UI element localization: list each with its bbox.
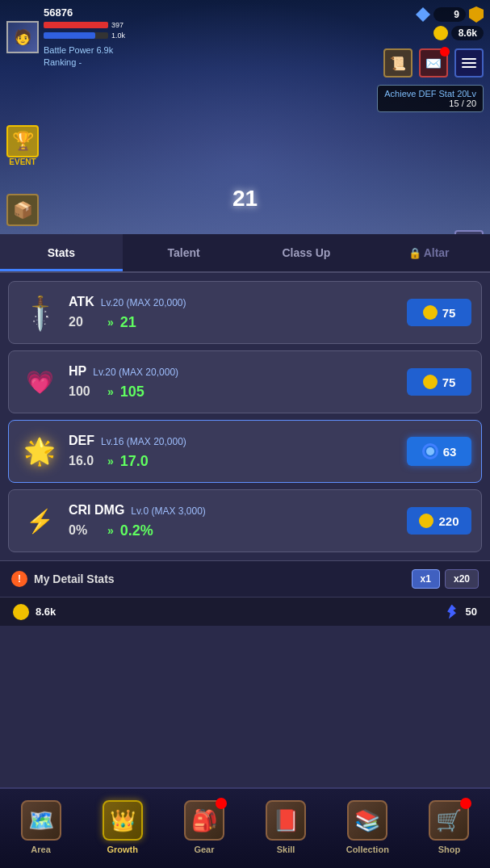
nav-collection[interactable]: 📚 Collection <box>327 799 408 854</box>
coin-icon <box>433 26 448 40</box>
currency-coins: 8.6k <box>13 604 56 620</box>
achieve-progress: 15 / 20 <box>384 99 476 108</box>
hp-info: HP Lv.20 (MAX 20,000) 100 » 105 <box>69 364 399 400</box>
detail-stats-bar: ! My Detail Stats x1 x20 <box>0 560 490 597</box>
hp-cost: 75 <box>442 375 456 389</box>
shield-icon <box>469 6 484 23</box>
detail-left: ! My Detail Stats <box>11 571 115 587</box>
altar-lock-icon: 🔒 <box>408 247 421 259</box>
hp-icon-wrap: 💗 <box>19 361 61 403</box>
nav-collection-icon: 📚 <box>347 800 387 841</box>
hp-cost-coin <box>423 375 438 389</box>
stats-content: 🗡️ ATK Lv.20 (MAX 20,000) 20 » 21 75 <box>0 273 490 560</box>
currency-coin-icon <box>13 604 29 620</box>
nav-gear-icon-wrap: 🎒 <box>183 799 225 841</box>
multiplier-buttons: x1 x20 <box>412 569 479 589</box>
atk-cost-coin <box>423 305 438 320</box>
def-current: 16.0 <box>69 454 101 468</box>
achieve-title: Achieve DEF Stat 20Lv <box>384 89 476 99</box>
achieve-banner[interactable]: Achieve DEF Stat 20Lv 15 / 20 <box>377 85 484 112</box>
hp-icon: 💗 <box>26 369 54 396</box>
mult-x1-btn[interactable]: x1 <box>412 569 440 589</box>
atk-next: 21 <box>120 314 136 331</box>
tab-bar: Stats Talent Class Up 🔒 Altar <box>0 234 490 273</box>
avatar: 🧑 <box>6 21 39 53</box>
nav-growth-icon: 👑 <box>103 800 143 841</box>
def-cost-coin <box>422 443 438 459</box>
tab-altar[interactable]: 🔒 Altar <box>367 234 490 271</box>
def-info: DEF Lv.16 (MAX 20,000) 16.0 » 17.0 <box>69 434 399 470</box>
nav-gear[interactable]: 🎒 Gear <box>163 799 245 854</box>
nav-area-icon-wrap: 🗺️ <box>20 799 62 841</box>
currency-bar: 8.6k 50 <box>0 597 490 626</box>
game-background: 🧑 56876 397 1.0k Battle Power 6.9k Ranki… <box>0 0 490 234</box>
nav-skill-icon: 📕 <box>266 800 306 841</box>
event-button[interactable]: 🏆 EVENT <box>6 125 39 166</box>
tab-classup[interactable]: Class Up <box>245 234 368 271</box>
ranking: Ranking - <box>44 57 125 67</box>
player-level: 56876 <box>44 6 125 19</box>
nav-shop[interactable]: 🛒 Shop <box>408 799 490 854</box>
hp-current: 100 <box>69 384 101 399</box>
atk-icon: 🗡️ <box>19 292 61 333</box>
nav-gear-label: Gear <box>194 845 214 854</box>
cridmg-next: 0.2% <box>120 522 153 539</box>
menu-line-2 <box>462 62 476 64</box>
stat-card-hp: 💗 HP Lv.20 (MAX 20,000) 100 » 105 75 <box>8 350 482 413</box>
atk-level: Lv.20 (MAX 20,000) <box>101 297 186 308</box>
hp-name: HP <box>69 364 86 379</box>
nav-skill[interactable]: 📕 Skill <box>245 799 327 854</box>
nav-area-icon: 🗺️ <box>21 800 61 841</box>
gem-count: 9 <box>433 7 466 22</box>
currency-coin-val: 8.6k <box>36 606 56 618</box>
atk-current: 20 <box>69 315 101 329</box>
player-info: 🧑 56876 397 1.0k Battle Power 6.9k Ranki… <box>6 6 125 67</box>
scroll-button[interactable]: 📜 <box>383 48 413 78</box>
event-trophy-icon: 🏆 <box>6 125 39 157</box>
def-arrow: » <box>107 455 114 468</box>
def-name: DEF <box>69 434 94 448</box>
nav-growth[interactable]: 👑 Growth <box>82 799 163 854</box>
tab-stats[interactable]: Stats <box>0 234 123 271</box>
event-label: EVENT <box>9 157 36 166</box>
def-icon: 🌟 <box>23 436 56 467</box>
cridmg-icon-wrap: ⚡ <box>19 500 61 542</box>
stat-card-def: 🌟 DEF Lv.16 (MAX 20,000) 16.0 » 17.0 63 <box>8 420 482 483</box>
mp-bar <box>44 32 108 39</box>
nav-shop-icon-wrap: 🛒 <box>428 799 470 841</box>
gem-row: 9 <box>416 6 484 23</box>
atk-info: ATK Lv.20 (MAX 20,000) 20 » 21 <box>69 295 399 331</box>
cridmg-cost: 220 <box>438 514 459 528</box>
currency-energy: 50 <box>445 605 477 619</box>
gear-notification <box>216 798 227 809</box>
mail-button[interactable]: ✉️ <box>419 48 448 78</box>
bottom-nav: 🗺️ Area 👑 Growth 🎒 Gear 📕 Skill 📚 Collec… <box>0 787 490 868</box>
nav-area-label: Area <box>31 845 50 854</box>
def-upgrade-btn[interactable]: 63 <box>407 437 471 466</box>
nav-area[interactable]: 🗺️ Area <box>0 799 82 854</box>
cridmg-info: CRI DMG Lv.0 (MAX 3,000) 0% » 0.2% <box>69 503 399 539</box>
cridmg-arrow: » <box>107 524 114 537</box>
hp-upgrade-btn[interactable]: 75 <box>407 368 471 396</box>
nav-skill-icon-wrap: 📕 <box>265 799 307 841</box>
nav-collection-icon-wrap: 📚 <box>346 799 388 841</box>
stat-card-atk: 🗡️ ATK Lv.20 (MAX 20,000) 20 » 21 75 <box>8 281 482 344</box>
level-display: 21 <box>232 186 258 212</box>
coin-row: 8.6k <box>433 26 484 40</box>
menu-line-1 <box>462 58 476 60</box>
mail-notification <box>440 47 450 57</box>
mult-x20-btn[interactable]: x20 <box>445 569 479 589</box>
atk-icon-wrap: 🗡️ <box>19 291 61 333</box>
tab-talent[interactable]: Talent <box>123 234 245 271</box>
cridmg-level: Lv.0 (MAX 3,000) <box>131 505 205 517</box>
menu-button[interactable] <box>454 48 484 78</box>
stats-panel: Stats Talent Class Up 🔒 Altar 🗡️ ATK Lv.… <box>0 234 490 787</box>
inventory-icon[interactable]: 📦 <box>6 194 39 226</box>
player-bars: 56876 397 1.0k Battle Power 6.9k Ranking… <box>44 6 125 67</box>
coin-count: 8.6k <box>451 26 484 40</box>
atk-cost: 75 <box>442 306 456 320</box>
menu-line-3 <box>462 66 476 68</box>
nav-collection-label: Collection <box>346 845 389 854</box>
atk-upgrade-btn[interactable]: 75 <box>407 299 471 326</box>
cridmg-upgrade-btn[interactable]: 220 <box>407 507 471 535</box>
